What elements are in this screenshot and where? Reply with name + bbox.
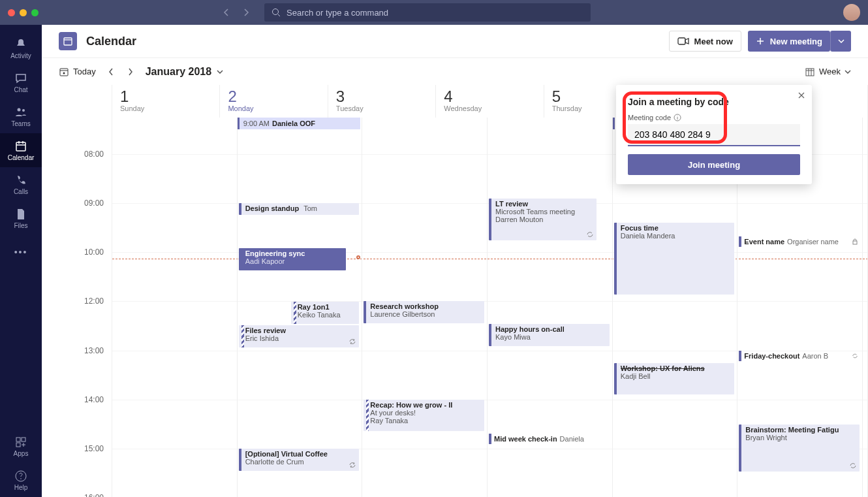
meeting-code-input[interactable] bbox=[628, 124, 800, 146]
col-sat[interactable] bbox=[863, 118, 868, 497]
forward-icon[interactable] bbox=[241, 7, 251, 18]
bell-icon bbox=[14, 38, 27, 51]
svg-point-8 bbox=[20, 478, 22, 479]
rail-more[interactable]: ••• bbox=[0, 235, 42, 269]
rail-calendar[interactable]: Calendar bbox=[0, 133, 42, 167]
hour-label: 08:00 bbox=[84, 150, 104, 159]
recurring-icon bbox=[852, 353, 858, 359]
minimize-window-icon[interactable] bbox=[20, 9, 27, 16]
chat-icon bbox=[14, 72, 27, 85]
day-header-mon[interactable]: 2Monday bbox=[220, 85, 328, 118]
event-allday[interactable]: 9:00 AM Daniela OOF bbox=[238, 118, 361, 129]
hour-label: 15:00 bbox=[84, 444, 104, 453]
new-meeting-button[interactable]: New meeting bbox=[748, 31, 830, 52]
event[interactable]: Mid week check-in Daniela bbox=[489, 434, 611, 444]
title-bar: Search or type a command bbox=[0, 0, 868, 25]
view-picker[interactable]: Week bbox=[805, 67, 851, 77]
event[interactable]: Happy hours on-call Kayo Miwa bbox=[489, 324, 610, 346]
app-rail: Activity Chat Teams Calendar Calls Files… bbox=[0, 25, 42, 497]
day-header-wed[interactable]: 4Wednesday bbox=[436, 85, 544, 118]
close-popover-button[interactable] bbox=[798, 91, 805, 99]
hour-label: 09:00 bbox=[84, 199, 104, 208]
event[interactable]: Engineering sync Aadi Kapoor bbox=[239, 248, 347, 270]
svg-rect-4 bbox=[16, 438, 20, 441]
plus-icon bbox=[756, 37, 765, 46]
apps-icon bbox=[14, 436, 27, 449]
info-icon[interactable] bbox=[674, 114, 681, 121]
event[interactable]: [Optional] Virtual Coffee Charlotte de C… bbox=[239, 449, 360, 471]
video-icon bbox=[677, 37, 689, 46]
search-bar[interactable]: Search or type a command bbox=[264, 3, 591, 22]
svg-point-2 bbox=[22, 109, 25, 112]
avatar[interactable] bbox=[843, 4, 860, 21]
recurring-icon bbox=[586, 231, 594, 238]
event[interactable]: Ray 1on1 Keiko Tanaka bbox=[291, 302, 360, 324]
chevron-down-icon bbox=[838, 39, 845, 43]
rail-activity[interactable]: Activity bbox=[0, 31, 42, 65]
event[interactable]: Workshop: UX for Aliens Kadji Bell bbox=[614, 363, 735, 394]
rail-teams[interactable]: Teams bbox=[0, 99, 42, 133]
more-icon: ••• bbox=[14, 247, 28, 257]
svg-rect-9 bbox=[64, 38, 72, 45]
event[interactable]: Design standup Tom bbox=[239, 203, 360, 215]
event[interactable]: Event name Organiser name bbox=[739, 236, 861, 247]
main-area: Calendar Meet now New meeting bbox=[42, 25, 868, 497]
event[interactable]: Focus time Daniela Mandera bbox=[614, 223, 735, 295]
event[interactable]: Files review Eric Ishida bbox=[239, 325, 360, 347]
help-icon bbox=[14, 470, 27, 483]
meeting-code-label: Meeting code bbox=[628, 114, 800, 121]
history-nav bbox=[221, 7, 251, 18]
event[interactable]: Brainstorm: Meeting Fatigu Bryan Wright bbox=[739, 425, 860, 472]
day-header-tue[interactable]: 3Tuesday bbox=[328, 85, 436, 118]
svg-point-1 bbox=[18, 108, 21, 111]
col-sun[interactable] bbox=[112, 118, 238, 497]
page-title: Calendar bbox=[86, 35, 136, 48]
svg-rect-5 bbox=[22, 438, 25, 441]
event[interactable]: Recap: How we grow - II At your desks! R… bbox=[364, 400, 484, 431]
hour-label: 12:00 bbox=[84, 297, 104, 306]
col-mon[interactable]: 9:00 AM Daniela OOF Design standup Tom E… bbox=[238, 118, 363, 497]
today-icon bbox=[59, 67, 69, 77]
join-meeting-button[interactable]: Join meeting bbox=[628, 154, 800, 175]
next-week-icon[interactable] bbox=[127, 67, 134, 76]
event[interactable]: Friday-checkout Aaron B bbox=[739, 351, 861, 361]
search-placeholder: Search or type a command bbox=[287, 8, 388, 18]
back-icon[interactable] bbox=[221, 7, 232, 18]
prev-week-icon[interactable] bbox=[108, 67, 114, 76]
svg-point-12 bbox=[63, 72, 65, 74]
calendar-toolbar: Today January 2018 Week bbox=[42, 57, 868, 85]
phone-icon bbox=[14, 174, 27, 187]
rail-help[interactable]: Help bbox=[0, 463, 42, 497]
new-meeting-dropdown[interactable] bbox=[830, 31, 851, 52]
today-button[interactable]: Today bbox=[59, 67, 96, 77]
rail-calls[interactable]: Calls bbox=[0, 167, 42, 201]
meet-now-button[interactable]: Meet now bbox=[669, 31, 741, 52]
svg-rect-6 bbox=[16, 443, 20, 447]
rail-files[interactable]: Files bbox=[0, 201, 42, 235]
today-label: Today bbox=[73, 67, 96, 76]
month-picker[interactable]: January 2018 bbox=[146, 66, 223, 78]
rail-apps[interactable]: Apps bbox=[0, 429, 42, 463]
page-header: Calendar Meet now New meeting bbox=[42, 25, 868, 57]
week-view-icon bbox=[805, 67, 815, 77]
col-wed[interactable]: LT review Microsoft Teams meeting Darren… bbox=[488, 118, 613, 497]
time-gutter: 08:00 09:00 10:00 12:00 13:00 14:00 15:0… bbox=[42, 118, 112, 497]
day-header-sun[interactable]: 1Sunday bbox=[112, 85, 220, 118]
event[interactable]: Research workshop Laurence Gilbertson bbox=[364, 301, 484, 323]
popover-title: Join a meeting by code bbox=[628, 97, 800, 107]
window-controls bbox=[8, 9, 39, 16]
rail-label: Teams bbox=[11, 120, 30, 127]
svg-rect-13 bbox=[806, 69, 814, 76]
rail-chat[interactable]: Chat bbox=[0, 65, 42, 99]
calendar-icon bbox=[14, 140, 27, 153]
now-marker-icon bbox=[356, 255, 360, 259]
rail-label: Activity bbox=[10, 52, 31, 59]
meet-now-label: Meet now bbox=[694, 37, 733, 46]
maximize-window-icon[interactable] bbox=[31, 9, 39, 16]
col-tue[interactable]: Research workshop Laurence Gilbertson Re… bbox=[362, 118, 488, 497]
close-window-icon[interactable] bbox=[8, 9, 15, 16]
hour-label: 14:00 bbox=[84, 395, 104, 404]
recurring-icon bbox=[849, 462, 857, 470]
join-meeting-popover: Join a meeting by code Meeting code Join… bbox=[616, 85, 812, 184]
event[interactable]: LT review Microsoft Teams meeting Darren… bbox=[489, 199, 597, 240]
